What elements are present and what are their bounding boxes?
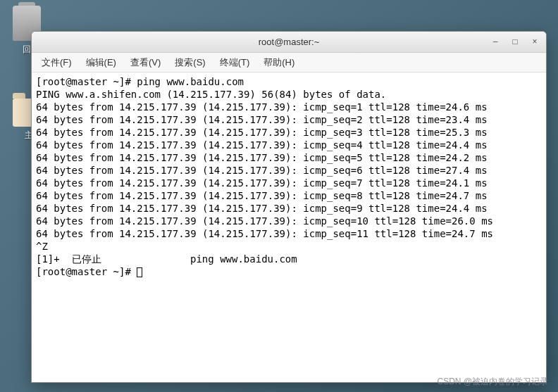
ping-line: 64 bytes from 14.215.177.39 (14.215.177.… — [36, 101, 488, 113]
ping-line: 64 bytes from 14.215.177.39 (14.215.177.… — [36, 203, 488, 214]
menu-edit[interactable]: 编辑(E) — [80, 54, 122, 71]
cursor — [137, 267, 142, 277]
maximize-button[interactable]: □ — [509, 36, 521, 47]
job-status: [1]+ 已停止 ping www.baidu.com — [36, 253, 297, 265]
window-title: root@master:~ — [259, 37, 320, 47]
ping-line: 64 bytes from 14.215.177.39 (14.215.177.… — [36, 114, 488, 125]
close-button[interactable]: × — [529, 36, 540, 47]
ping-line: 64 bytes from 14.215.177.39 (14.215.177.… — [36, 177, 488, 189]
terminal-window: root@master:~ – □ × 文件(F) 编辑(E) 查看(V) 搜索… — [31, 31, 547, 383]
prompt: [root@master ~]# — [36, 266, 137, 277]
minimize-button[interactable]: – — [490, 36, 501, 47]
ping-line: 64 bytes from 14.215.177.39 (14.215.177.… — [36, 215, 493, 227]
ping-line: 64 bytes from 14.215.177.39 (14.215.177.… — [36, 127, 488, 138]
window-controls: – □ × — [490, 36, 540, 47]
trash-label: 回 — [23, 44, 31, 56]
menu-terminal[interactable]: 终端(T) — [214, 54, 256, 71]
menu-help[interactable]: 帮助(H) — [258, 54, 300, 71]
suspend-signal: ^Z — [36, 241, 48, 252]
ping-line: 64 bytes from 14.215.177.39 (14.215.177.… — [36, 139, 488, 151]
watermark: CSDN @被迫内卷的学习记录 — [437, 376, 548, 388]
ping-line: 64 bytes from 14.215.177.39 (14.215.177.… — [36, 228, 493, 239]
terminal-output[interactable]: [root@master ~]# ping www.baidu.com PING… — [32, 72, 546, 382]
prompt: [root@master ~]# — [36, 76, 137, 87]
ping-line: 64 bytes from 14.215.177.39 (14.215.177.… — [36, 152, 488, 163]
titlebar[interactable]: root@master:~ – □ × — [32, 32, 546, 53]
ping-line: 64 bytes from 14.215.177.39 (14.215.177.… — [36, 165, 488, 176]
menu-search[interactable]: 搜索(S) — [169, 54, 211, 71]
menu-file[interactable]: 文件(F) — [36, 54, 78, 71]
menu-view[interactable]: 查看(V) — [125, 54, 166, 71]
ping-line: 64 bytes from 14.215.177.39 (14.215.177.… — [36, 190, 488, 201]
command: ping www.baidu.com — [137, 76, 244, 87]
menubar: 文件(F) 编辑(E) 查看(V) 搜索(S) 终端(T) 帮助(H) — [32, 53, 546, 72]
ping-header: PING www.a.shifen.com (14.215.177.39) 56… — [36, 89, 386, 100]
